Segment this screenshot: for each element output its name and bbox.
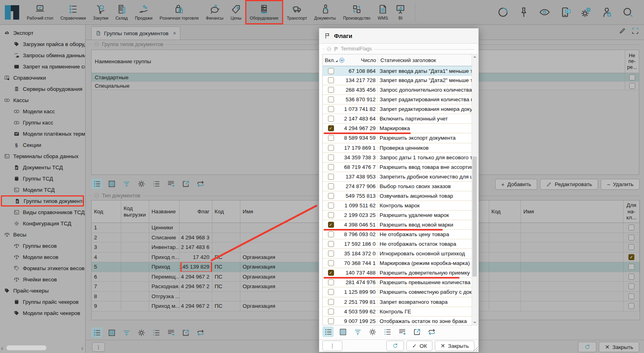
- sidebar-item-15[interactable]: Модели ТСД: [0, 184, 85, 195]
- checkbox[interactable]: [629, 74, 635, 80]
- grid-view-button[interactable]: [337, 327, 348, 337]
- dialog-table-scrollbar[interactable]: [472, 54, 478, 325]
- checkbox[interactable]: ✓: [328, 125, 334, 131]
- flag-row-7[interactable]: ✓4 294 967 29Маркировка: [323, 124, 472, 133]
- sidebar-item-8[interactable]: Модели касс: [0, 106, 85, 117]
- flag-row-25[interactable]: 2 251 799 81Запрет возвратного товара: [323, 297, 472, 307]
- list-view-button[interactable]: [91, 327, 102, 338]
- clock-icon[interactable]: [497, 6, 509, 18]
- column-header-8[interactable]: Имя: [521, 201, 624, 223]
- checkbox[interactable]: [628, 235, 634, 241]
- more-menu-button[interactable]: ⋮: [92, 342, 105, 352]
- sidebar-item-18[interactable]: Конфигурация ТСД: [0, 218, 85, 229]
- column-header-2[interactable]: Код выгрузки: [121, 201, 149, 223]
- collapse-minus-icon[interactable]: [94, 41, 100, 47]
- flag-row-6[interactable]: 2 147 483 64Включить партионный учет: [323, 114, 472, 124]
- list-view-button[interactable]: [91, 179, 102, 189]
- topbar-item-5[interactable]: Продажи: [131, 0, 156, 24]
- checkbox[interactable]: [328, 68, 334, 74]
- checkbox[interactable]: [328, 116, 334, 122]
- gears-icon[interactable]: [580, 6, 592, 18]
- ok-button[interactable]: ✓ ОК: [406, 341, 432, 351]
- add-button[interactable]: + Добавить: [495, 179, 537, 190]
- flag-row-12[interactable]: 137 438 953Запретить дробное количество …: [323, 172, 472, 182]
- sidebar-item-6[interactable]: Серверы оборудования: [0, 83, 85, 94]
- pin-icon[interactable]: [518, 6, 530, 18]
- flag-row-27[interactable]: 9 007 199 25Отображать остаток по зоне б…: [323, 317, 472, 325]
- topbar-item-8[interactable]: Цены: [227, 0, 245, 24]
- flag-row-13[interactable]: 274 877 906Выбор только своих заказов: [323, 182, 472, 191]
- checkbox[interactable]: [328, 135, 334, 141]
- column-header-5[interactable]: Код: [212, 201, 240, 223]
- sidebar-item-26[interactable]: Модели прайс чекеров: [0, 307, 85, 319]
- flag-row-1[interactable]: 67 108 864Запрет ввода даты "Дата1" мень…: [323, 66, 472, 76]
- topbar-item-2[interactable]: Справочники: [57, 0, 90, 24]
- sidebar-item-2[interactable]: Загрузки прайса в оборудова: [0, 38, 85, 50]
- column-header-enabled[interactable]: Вкл.: [323, 57, 339, 63]
- flag-row-15[interactable]: 1 099 511 62Контроль марок: [323, 201, 472, 211]
- grid-view-button[interactable]: [106, 327, 117, 338]
- checkbox[interactable]: [328, 174, 334, 180]
- checkbox[interactable]: [328, 193, 334, 199]
- column-header-9[interactable]: Для на-кл...: [624, 201, 640, 223]
- search-icon[interactable]: [622, 6, 634, 18]
- flag-row-19[interactable]: 17 592 186 0Не отображать остаток товара: [323, 239, 472, 249]
- open-window-button[interactable]: [180, 327, 191, 338]
- sort-circle-down-icon[interactable]: [339, 57, 345, 63]
- numbered-list-button[interactable]: [382, 327, 393, 337]
- flag-row-17[interactable]: ✓4 398 046 51Разрешить ввод новой марки: [323, 220, 472, 230]
- column-header-3[interactable]: Название: [149, 201, 180, 223]
- sidebar-item-17[interactable]: Виды справочников ТСД: [0, 207, 85, 218]
- refresh-button[interactable]: [578, 342, 596, 352]
- edit-button[interactable]: Редактировать: [540, 179, 598, 190]
- flag-row-3[interactable]: 268 435 456Запрос дополнительного количе…: [323, 85, 472, 95]
- numbered-list-button[interactable]: [150, 179, 162, 189]
- flag-row-18[interactable]: 8 796 093 02Не отображать цену товара: [323, 230, 472, 239]
- checkbox[interactable]: ✓: [328, 222, 334, 228]
- checkbox[interactable]: [628, 244, 634, 250]
- sidebar-item-19[interactable]: Весы: [0, 229, 85, 240]
- checkbox[interactable]: [328, 87, 334, 93]
- close-tab-icon[interactable]: ×: [173, 30, 176, 36]
- filter-button[interactable]: [121, 327, 132, 338]
- flag-row-9[interactable]: 17 179 869 1Проверка ценников: [323, 143, 472, 153]
- checkbox[interactable]: [328, 203, 334, 209]
- column-header-7[interactable]: Код: [489, 201, 521, 223]
- flag-row-16[interactable]: 2 199 023 25Разрешить удаление марок: [323, 211, 472, 220]
- sidebar-item-13[interactable]: Документы ТСД: [0, 162, 85, 173]
- numbered-list-button[interactable]: [150, 327, 162, 338]
- column-header-static-title[interactable]: Статический заголовок: [378, 57, 472, 63]
- checkbox[interactable]: [328, 106, 334, 112]
- checkbox[interactable]: [328, 309, 334, 315]
- sidebar-item-12[interactable]: Терминалы сбора данных: [0, 150, 85, 162]
- checkbox[interactable]: ✓: [628, 254, 634, 260]
- topbar-item-3[interactable]: Закупки: [90, 0, 112, 24]
- checkbox[interactable]: [629, 83, 635, 89]
- checkbox[interactable]: [628, 264, 634, 270]
- scroll-down-icon[interactable]: [473, 322, 476, 323]
- checkbox[interactable]: [628, 274, 634, 280]
- list-view-button[interactable]: [322, 327, 334, 337]
- scrollbar-thumb[interactable]: [6, 345, 46, 350]
- close-dialog-button[interactable]: ✕ Закрыть: [435, 341, 474, 351]
- flag-row-10[interactable]: 34 359 738 3Запрос даты 1 только для вес…: [323, 153, 472, 162]
- scroll-up-icon[interactable]: [473, 56, 476, 58]
- sidebar-horizontal-scrollbar[interactable]: [0, 345, 84, 351]
- filter-button[interactable]: [352, 327, 363, 337]
- refresh-button[interactable]: [386, 341, 404, 351]
- flag-row-5[interactable]: 1 073 741 82Запрет редактирования номера…: [323, 104, 472, 114]
- gear-button[interactable]: [136, 327, 147, 338]
- scroll-right-icon[interactable]: [82, 347, 84, 351]
- sidebar-item-3[interactable]: Запросы обмена данными: [0, 50, 85, 61]
- collapse-minus-icon[interactable]: [94, 193, 100, 199]
- column-header-number[interactable]: Число: [339, 57, 378, 63]
- flag-row-23[interactable]: 281 474 976Разрешить превышение количест…: [323, 278, 472, 287]
- resize-grip[interactable]: [473, 347, 478, 351]
- grid-view-button[interactable]: [106, 179, 117, 189]
- topbar-item-9[interactable]: Оборудование: [245, 0, 283, 24]
- checkbox[interactable]: [328, 241, 334, 247]
- more-menu-button[interactable]: ⋮: [322, 341, 342, 351]
- edit-pencil-icon[interactable]: [618, 27, 626, 35]
- open-window-button[interactable]: [411, 327, 422, 337]
- checkbox[interactable]: [328, 231, 334, 237]
